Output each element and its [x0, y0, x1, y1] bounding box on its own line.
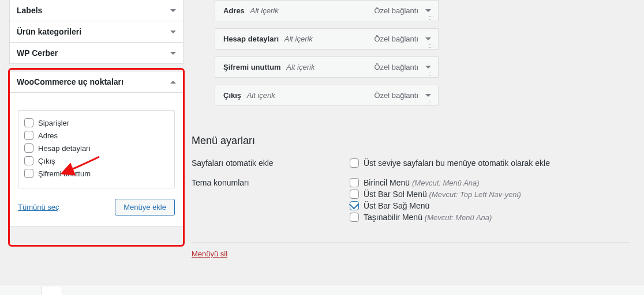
endpoint-option[interactable]: Şifremi unuttum — [24, 167, 169, 180]
theme-location-option[interactable]: Birincil Menü (Mevcut: Menü Ana) — [350, 177, 630, 188]
add-to-menu-button[interactable]: Menüye ekle — [115, 199, 175, 215]
checkbox[interactable] — [350, 178, 359, 187]
menu-item-title: Şifremi unuttum — [223, 63, 281, 71]
tab-stub[interactable] — [42, 286, 62, 295]
theme-location-option[interactable]: Üst Bar Sol Menü (Mevcut: Top Left Nav-y… — [350, 188, 630, 200]
menu-footer: Menüyü sil — [192, 242, 630, 258]
checkbox[interactable] — [24, 143, 33, 153]
accordion-title: WooCommerce uç noktaları — [17, 77, 123, 86]
menu-item[interactable]: Şifremi unuttum Alt içerik Özel bağlantı — [215, 56, 439, 78]
endpoint-label: Şifremi unuttum — [38, 169, 91, 178]
chevron-down-icon — [170, 31, 176, 33]
menu-item[interactable]: Çıkış Alt içerik Özel bağlantı — [215, 85, 439, 106]
menu-item-type: Özel bağlantı — [374, 91, 418, 100]
endpoint-option[interactable]: Hesap detayları — [24, 142, 169, 154]
theme-location-option[interactable]: Taşınabilir Menü (Mevcut: Menü Ana) — [350, 211, 630, 223]
auto-add-option[interactable]: Üst seviye sayfaları bu menüye otomatik … — [350, 157, 630, 169]
checkbox[interactable] — [350, 158, 359, 168]
location-label: Üst Bar Sol Menü (Mevcut: Top Left Nav-y… — [364, 190, 521, 199]
menu-item[interactable]: Hesap detayları Alt içerik Özel bağlantı — [215, 28, 439, 50]
chevron-down-icon[interactable] — [425, 94, 431, 97]
accordion-title: WP Cerber — [17, 48, 58, 58]
accordion-product-categories[interactable]: Ürün kategorileri — [9, 21, 184, 43]
menu-item-type: Özel bağlantı — [374, 35, 418, 43]
select-all-link[interactable]: Tümünü seç — [18, 203, 59, 211]
accordion-woocommerce-endpoints[interactable]: WooCommerce uç noktaları — [9, 71, 184, 93]
checkbox[interactable] — [24, 131, 33, 140]
accordion-body-woocommerce-endpoints: Siparişler Adres Hesap detayları Çıkış Ş… — [9, 93, 184, 226]
accordion-title: Labels — [17, 6, 42, 15]
endpoint-checklist: Siparişler Adres Hesap detayları Çıkış Ş… — [18, 110, 175, 188]
menu-item-type: Özel bağlantı — [374, 63, 418, 71]
endpoint-label: Hesap detayları — [38, 144, 91, 153]
endpoint-label: Siparişler — [38, 119, 69, 127]
menu-item-subtitle: Alt içerik — [250, 6, 278, 15]
delete-menu-link[interactable]: Menüyü sil — [192, 249, 227, 258]
endpoint-option[interactable]: Çıkış — [24, 154, 169, 167]
setting-auto-add-pages: Sayfaları otomatik ekle Üst seviye sayfa… — [192, 157, 630, 169]
bottom-strip — [0, 285, 644, 295]
menu-item-subtitle: Alt içerik — [247, 91, 275, 100]
endpoint-label: Adres — [38, 131, 58, 140]
setting-theme-locations: Tema konumları Birincil Menü (Mevcut: Me… — [192, 177, 630, 223]
menu-item-subtitle: Alt içerik — [284, 35, 313, 43]
chevron-down-icon — [170, 9, 176, 12]
accordion-labels[interactable]: Labels — [9, 0, 184, 21]
endpoint-option[interactable]: Adres — [24, 129, 169, 142]
chevron-up-icon — [170, 81, 176, 84]
accordion-title: Ürün kategorileri — [17, 27, 81, 36]
setting-label: Tema konumları — [192, 177, 350, 223]
checkbox[interactable] — [24, 156, 33, 165]
chevron-down-icon — [170, 52, 176, 55]
chevron-down-icon[interactable] — [425, 37, 431, 40]
setting-label: Sayfaları otomatik ekle — [192, 157, 350, 169]
chevron-down-icon[interactable] — [425, 66, 431, 69]
checkbox[interactable] — [24, 118, 33, 127]
auto-add-option-label: Üst seviye sayfaları bu menüye otomatik … — [364, 158, 550, 168]
endpoint-option[interactable]: Siparişler — [24, 116, 169, 129]
menu-settings-heading: Menü ayarları — [192, 135, 630, 147]
menu-item-subtitle: Alt içerik — [286, 63, 314, 71]
menu-items-list: Adres Alt içerik Özel bağlantı Hesap det… — [192, 0, 630, 118]
menu-item-title: Çıkış — [223, 91, 241, 100]
menu-item-title: Hesap detayları — [223, 35, 279, 43]
location-label: Birincil Menü (Mevcut: Menü Ana) — [364, 178, 480, 187]
checkbox[interactable] — [350, 201, 359, 210]
location-label: Taşınabilir Menü (Mevcut: Menü Ana) — [364, 213, 492, 222]
menu-item-type: Özel bağlantı — [374, 6, 418, 15]
menu-item[interactable]: Adres Alt içerik Özel bağlantı — [215, 0, 439, 21]
accordion-wp-cerber[interactable]: WP Cerber — [9, 42, 184, 64]
endpoint-label: Çıkış — [38, 157, 55, 165]
menu-structure-column: Adres Alt içerik Özel bağlantı Hesap det… — [192, 0, 630, 231]
location-label: Üst Bar Sağ Menü — [364, 201, 429, 210]
chevron-down-icon[interactable] — [425, 9, 431, 12]
checkbox[interactable] — [350, 213, 359, 222]
checkbox[interactable] — [350, 190, 359, 199]
checkbox[interactable] — [24, 169, 33, 178]
theme-location-option[interactable]: Üst Bar Sağ Menü — [350, 200, 630, 211]
sidebar-accordion: Labels Ürün kategorileri WP Cerber WooCo… — [9, 0, 184, 226]
menu-item-title: Adres — [223, 6, 245, 15]
